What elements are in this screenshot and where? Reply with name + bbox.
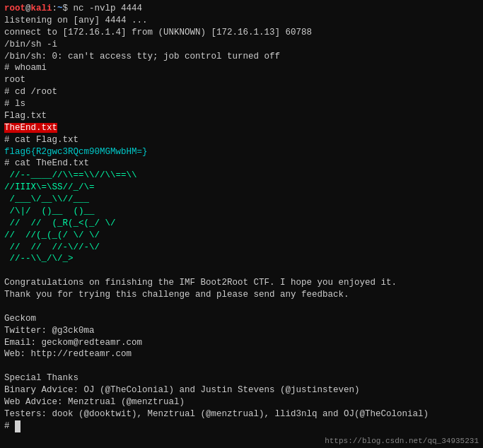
line-1: root@kali:~$ nc -nvlp 4444 (4, 3, 479, 15)
ascii-line-7: // // //-\//-\/ (4, 242, 479, 254)
ascii-art-block: //--____//\\==\\//\\==\\ //IIIX\=\SS//_/… (4, 170, 479, 265)
ascii-line-6: // //(_(_(/ \/ \/ (4, 230, 479, 242)
prompt-path: ~ (57, 4, 63, 13)
line-12: # cat Flag.txt (4, 134, 479, 146)
blank-2 (4, 301, 479, 313)
ascii-line-3: /___\/__\\//___ (4, 194, 479, 206)
highlighted-file: TheEnd.txt (4, 123, 57, 133)
twitter-line: Twitter: @g3ck0ma (4, 325, 479, 337)
ascii-line-4: /\|/ ()__ ()__ (4, 206, 479, 218)
line-8: # cd /root (4, 86, 479, 98)
line-10: Flag.txt (4, 110, 479, 122)
thanks-web: Web Advice: Menztrual (@menztrual) (4, 396, 479, 408)
blank-3 (4, 360, 479, 372)
line-2: listening on [any] 4444 ... (4, 15, 479, 27)
line-6: # whoami (4, 62, 479, 74)
web-line: Web: http://redteamr.com (4, 348, 479, 360)
flag-value: flag6{R2gwc3RQcm90MGMwbHM=} (4, 147, 148, 157)
ascii-line-1: //--____//\\==\\//\\==\\ (4, 170, 479, 182)
final-prompt: # (4, 420, 479, 432)
ascii-line-5: // // (_R(_<(_/ \/ (4, 218, 479, 230)
prompt-host: kali (31, 4, 52, 13)
email-line: Email: geckom@redteamr.com (4, 337, 479, 349)
watermark: https://blog.csdn.net/qq_34935231 (325, 437, 479, 445)
congrats-line-1: Congratulations on finishing the IMF Boo… (4, 277, 479, 289)
line-3: connect to [172.16.1.4] from (UNKNOWN) [… (4, 27, 479, 39)
blank-1 (4, 265, 479, 277)
prompt-user: root (4, 4, 25, 13)
special-thanks-header: Special Thanks (4, 372, 479, 384)
line-9: # ls (4, 98, 479, 110)
ascii-line-2: //IIIX\=\SS//_/\= (4, 182, 479, 194)
terminal-window: root@kali:~$ nc -nvlp 4444 listening on … (0, 0, 483, 448)
geckom-name: Geckom (4, 313, 479, 325)
ascii-line-8: //--\\_/\/_> (4, 253, 479, 265)
terminal-content: root@kali:~$ nc -nvlp 4444 listening on … (4, 3, 479, 445)
line-4: /bin/sh -i (4, 39, 479, 51)
congrats-line-2: Thank you for trying this challenge and … (4, 289, 479, 301)
line-7: root (4, 74, 479, 86)
line-13: flag6{R2gwc3RQcm90MGMwbHM=} (4, 146, 479, 158)
line-14: # cat TheEnd.txt (4, 158, 479, 170)
line-11: TheEnd.txt (4, 122, 479, 134)
thanks-testers: Testers: dook (@dooktwit), Menztrual (@m… (4, 408, 479, 420)
line-5: /bin/sh: 0: can't access tty; job contro… (4, 51, 479, 63)
cursor (15, 420, 21, 432)
thanks-binary: Binary Advice: OJ (@TheColonial) and Jus… (4, 384, 479, 396)
